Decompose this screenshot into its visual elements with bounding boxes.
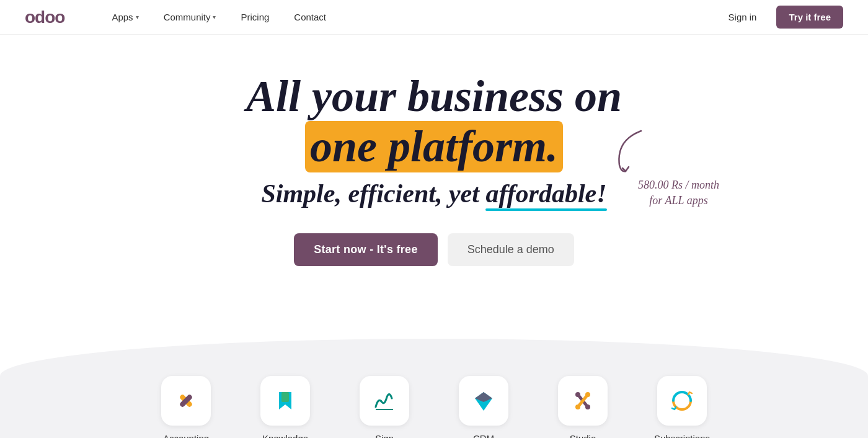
subscriptions-label: Subscriptions <box>654 433 710 438</box>
app-accounting[interactable]: Accounting <box>149 376 223 438</box>
hero-buttons: Start now - It's free Schedule a demo <box>294 233 574 266</box>
hero-subtitle: Simple, efficient, yet affordable! <box>261 179 606 208</box>
sign-in-button[interactable]: Sign in <box>719 7 767 27</box>
knowledge-label: Knowledge <box>262 433 308 438</box>
chevron-down-icon: ▾ <box>213 14 216 20</box>
svg-point-9 <box>585 392 590 397</box>
svg-point-7 <box>575 392 580 397</box>
app-studio[interactable]: Studio <box>546 376 620 438</box>
accounting-label: Accounting <box>163 433 209 438</box>
subscriptions-icon <box>657 376 707 426</box>
affordable-text: affordable! <box>485 179 606 208</box>
app-knowledge[interactable]: Knowledge <box>248 376 322 438</box>
apps-grid: Accounting Knowledge <box>149 376 719 438</box>
schedule-demo-button[interactable]: Schedule a demo <box>448 233 574 266</box>
svg-point-10 <box>575 404 580 409</box>
nav-community[interactable]: Community ▾ <box>154 7 226 27</box>
app-subscriptions[interactable]: Subscriptions <box>645 376 719 438</box>
try-free-button[interactable]: Try it free <box>776 6 843 29</box>
hero-highlight: one platform. <box>305 121 563 172</box>
knowledge-icon <box>260 376 310 426</box>
app-sign[interactable]: Sign <box>347 376 422 438</box>
chevron-down-icon: ▾ <box>136 14 139 20</box>
crm-label: CRM <box>473 433 494 438</box>
sign-icon <box>360 376 409 426</box>
logo[interactable]: odoo <box>25 7 64 27</box>
price-annotation: 580.00 Rs / monthfor ALL apps <box>638 159 719 208</box>
sign-label: Sign <box>375 433 394 438</box>
hero-section: All your business on one platform. Simpl… <box>0 35 868 320</box>
nav-apps[interactable]: Apps ▾ <box>102 7 148 27</box>
accounting-icon <box>161 376 211 426</box>
apps-background: Accounting Knowledge <box>0 339 868 438</box>
nav-pricing[interactable]: Pricing <box>231 7 279 27</box>
nav-links: Apps ▾ Community ▾ Pricing Contact <box>102 7 718 27</box>
logo-text: odoo <box>25 7 64 27</box>
annotation-text: 580.00 Rs / monthfor ALL apps <box>638 177 719 208</box>
apps-section: Accounting Knowledge <box>0 339 868 438</box>
navbar: odoo Apps ▾ Community ▾ Pricing Contact … <box>0 0 868 35</box>
studio-label: Studio <box>570 433 596 438</box>
nav-actions: Sign in Try it free <box>719 6 843 29</box>
app-crm[interactable]: CRM <box>446 376 521 438</box>
studio-icon <box>558 376 608 426</box>
svg-rect-3 <box>281 392 289 402</box>
crm-icon <box>459 376 508 426</box>
arrow-icon <box>607 128 650 177</box>
svg-point-8 <box>585 404 590 409</box>
nav-contact[interactable]: Contact <box>284 7 336 27</box>
start-now-button[interactable]: Start now - It's free <box>294 233 438 266</box>
